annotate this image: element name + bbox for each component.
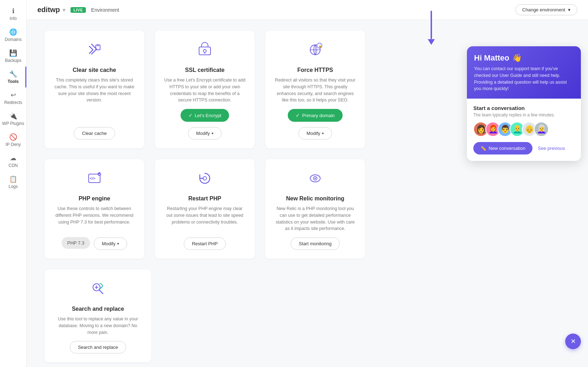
header: editwp ▾ LIVE Environment Change environ… <box>27 0 588 20</box>
sidebar-item-info[interactable]: ℹ Info <box>0 4 26 25</box>
search-replace-section: Search and replace Use this tool to repl… <box>45 269 151 362</box>
live-badge: LIVE <box>71 7 85 13</box>
sidebar-item-redirects[interactable]: ↩ Redirects <box>0 88 26 109</box>
sidebar-item-tools[interactable]: 🔧 Tools <box>0 67 26 88</box>
change-environment-button[interactable]: Change environment ▾ <box>515 4 577 15</box>
sidebar-item-domains[interactable]: 🌐 Domains <box>0 25 26 46</box>
ssl-desc: Use a free Let's Encrypt certificate to … <box>164 77 246 104</box>
force-https-title: Force HTTPS <box>297 67 333 73</box>
tool-card-ssl-certificate: SSL certificate Use a free Let's Encrypt… <box>155 31 255 148</box>
tool-card-restart-php: Restart PHP Restarting your PHP engine m… <box>155 159 255 259</box>
php-version-badge: PHP 7.3 <box>62 237 90 249</box>
chevron-down-icon: ▾ <box>117 242 119 246</box>
wp-plugins-icon: 🔌 <box>2 112 25 120</box>
logo: editwp ▾ <box>37 6 65 14</box>
conversation-title: Start a conversation <box>473 105 574 111</box>
restart-php-icon <box>196 170 213 190</box>
info-icon: ℹ <box>2 7 25 15</box>
tool-card-search-replace: Search and replace Use this tool to repl… <box>45 269 151 362</box>
sidebar-item-backups[interactable]: 💾 Backups <box>0 46 26 67</box>
clear-cache-icon <box>86 41 103 62</box>
environment-label: Environment <box>91 7 119 13</box>
search-replace-icon <box>89 280 106 300</box>
svg-text:</>: </> <box>90 176 95 180</box>
domains-icon: 🌐 <box>2 28 25 36</box>
ssl-title: SSL certificate <box>185 67 225 73</box>
clear-cache-button[interactable]: Clear cache <box>74 127 115 140</box>
close-chat-button[interactable]: ✕ <box>565 334 581 349</box>
php-engine-icon: </> <box>86 170 103 190</box>
tools-grid: Clear site cache This completely clears … <box>45 31 365 259</box>
restart-php-title: Restart PHP <box>188 195 221 202</box>
svg-text:🔒: 🔒 <box>318 44 322 48</box>
avatar-6: 👩‍🦳 <box>534 122 549 137</box>
tool-card-force-https: 🔒 Force HTTPS Redirect all visitors so t… <box>265 31 365 148</box>
php-version-row: PHP 7.3 Modify ▾ <box>62 236 127 250</box>
new-relic-desc: New Relic is a PHP monitoring tool you c… <box>274 205 356 232</box>
svg-point-14 <box>314 178 316 179</box>
backups-icon: 💾 <box>2 49 25 57</box>
chevron-down-icon: ▾ <box>322 131 324 135</box>
close-icon: ✕ <box>571 337 576 345</box>
tool-card-clear-cache: Clear site cache This completely clears … <box>45 31 144 148</box>
team-avatars: 👩 👩‍🦰 👨 👨‍🦲 👴 👩‍🦳 <box>473 122 574 137</box>
pencil-icon: ✏️ <box>480 146 486 151</box>
new-relic-title: New Relic monitoring <box>286 195 344 202</box>
new-relic-icon <box>307 170 324 190</box>
start-monitoring-button[interactable]: Start monitoring <box>291 237 340 250</box>
chat-description: You can contact our support team if you'… <box>474 65 574 92</box>
chat-actions: ✏️ New conversation See previous <box>473 142 574 154</box>
down-arrow-decoration <box>428 20 435 45</box>
search-replace-desc: Use this tool to replace any value in yo… <box>53 316 142 336</box>
redirects-icon: ↩ <box>2 91 25 99</box>
new-conversation-button[interactable]: ✏️ New conversation <box>473 142 532 154</box>
force-https-desc: Redirect all visitors so that they visit… <box>274 77 356 104</box>
sidebar-item-wp-plugins[interactable]: 🔌 WP Plugins <box>0 109 26 130</box>
tools-icon: 🔧 <box>2 70 25 78</box>
php-engine-desc: Use these controls to switch between dif… <box>53 205 135 230</box>
logo-text: editwp <box>37 6 60 14</box>
restart-php-button[interactable]: Restart PHP <box>184 237 226 250</box>
ssl-modify-button[interactable]: Modify ▾ <box>188 127 222 140</box>
ssl-icon <box>196 41 213 62</box>
https-modify-button[interactable]: Modify ▾ <box>298 127 332 140</box>
force-https-icon: 🔒 <box>307 41 324 62</box>
see-previous-link[interactable]: See previous <box>538 146 565 151</box>
chat-greeting: Hi Matteo 👋 <box>474 53 574 63</box>
chat-body: Start a conversation The team typically … <box>467 99 581 161</box>
lets-encrypt-button[interactable]: ✓ Let's Encrypt <box>181 109 229 122</box>
clear-cache-title: Clear site cache <box>73 67 116 73</box>
chevron-down-icon: ▾ <box>212 131 213 135</box>
clear-cache-desc: This completely clears this site's store… <box>53 77 135 122</box>
reply-time: The team typically replies in a few minu… <box>473 112 574 117</box>
svg-point-10 <box>98 172 101 176</box>
primary-domain-button[interactable]: ✓ Primary domain <box>288 109 342 122</box>
sidebar: ℹ Info 🌐 Domains 💾 Backups 🔧 Tools ↩ Red… <box>0 0 27 367</box>
chat-widget: Hi Matteo 👋 You can contact our support … <box>467 46 581 161</box>
sidebar-item-ip-deny[interactable]: 🚫 IP Deny <box>0 130 26 151</box>
logs-icon: 📋 <box>2 175 25 183</box>
search-replace-button[interactable]: Search and replace <box>70 341 126 353</box>
cdn-icon: ☁ <box>2 154 25 162</box>
tool-card-php-engine: </> PHP engine Use these controls to swi… <box>45 159 144 259</box>
chat-header: Hi Matteo 👋 You can contact our support … <box>467 46 581 99</box>
tool-card-new-relic: New Relic monitoring New Relic is a PHP … <box>265 159 365 259</box>
sidebar-item-cdn[interactable]: ☁ CDN <box>0 151 26 172</box>
search-replace-title: Search and replace <box>72 306 124 312</box>
php-modify-button[interactable]: Modify ▾ <box>94 237 127 250</box>
logo-chevron: ▾ <box>63 7 65 13</box>
chevron-down-icon: ▾ <box>568 7 571 12</box>
svg-point-3 <box>203 49 206 52</box>
sidebar-item-logs[interactable]: 📋 Logs <box>0 172 26 193</box>
ip-deny-icon: 🚫 <box>2 133 25 141</box>
php-engine-title: PHP engine <box>79 195 110 202</box>
svg-point-1 <box>97 45 99 46</box>
restart-php-desc: Restarting your PHP engine may clear out… <box>164 205 246 232</box>
